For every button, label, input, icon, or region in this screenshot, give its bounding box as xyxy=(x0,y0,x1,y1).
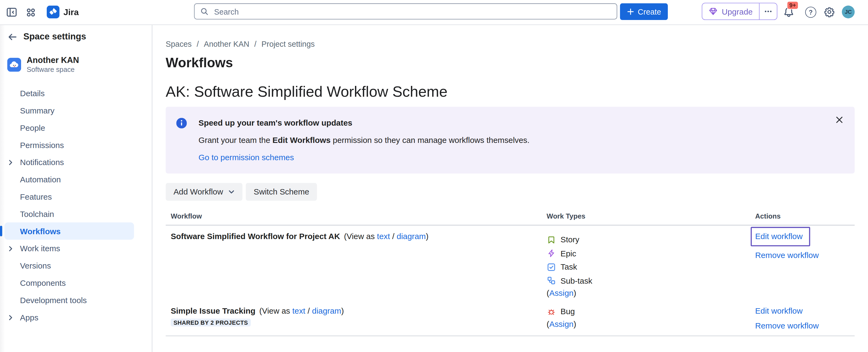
work-type-label: Epic xyxy=(561,249,576,258)
banner-body-bold: Edit Workflows xyxy=(273,136,331,145)
selected-indicator xyxy=(0,226,2,236)
breadcrumb: Spaces / Another KAN / Project settings xyxy=(165,38,855,50)
upgrade-more-options-button[interactable] xyxy=(760,3,777,20)
sidebar-item-automation[interactable]: Automation xyxy=(4,171,134,188)
notifications-button[interactable]: 9+ xyxy=(783,6,795,19)
actions-cell: Edit workflow Remove workflow xyxy=(755,226,855,302)
app-switcher-button[interactable] xyxy=(26,7,36,18)
sidebar-item-summary[interactable]: Summary xyxy=(4,102,134,119)
work-types-cell: Story Epic Task Sub-task (Assig xyxy=(547,226,755,302)
assign-open-paren: ( xyxy=(547,289,549,297)
sidebar-item-label: People xyxy=(20,123,45,132)
assign-link[interactable]: Assign xyxy=(549,319,574,328)
view-as-text-link[interactable]: text xyxy=(292,306,305,315)
question-mark-glyph: ? xyxy=(809,9,813,16)
sidebar-item-label: Notifications xyxy=(20,158,64,167)
sidebar-item-label: Versions xyxy=(20,261,51,270)
breadcrumb-separator: / xyxy=(254,38,256,50)
add-workflow-label: Add Workflow xyxy=(174,188,223,196)
help-button[interactable]: ? xyxy=(805,7,816,18)
remove-workflow-link[interactable]: Remove workflow xyxy=(755,320,819,332)
chevron-right-icon xyxy=(7,159,14,166)
assign-link[interactable]: Assign xyxy=(549,289,574,297)
task-icon xyxy=(547,262,556,272)
chevron-right-icon xyxy=(7,314,14,321)
sidebar-item-label: Permissions xyxy=(20,140,64,150)
space-type: Software space xyxy=(27,65,79,74)
column-header-workflow: Workflow xyxy=(171,212,547,221)
search-input[interactable] xyxy=(213,6,611,17)
breadcrumb-another-kan[interactable]: Another KAN xyxy=(204,38,249,50)
sidebar-item-toolchain[interactable]: Toolchain xyxy=(4,205,134,223)
close-icon xyxy=(835,115,844,125)
notification-count-badge: 9+ xyxy=(787,1,798,9)
view-as-suffix: ) xyxy=(341,306,344,315)
search-icon xyxy=(200,7,209,16)
assign-line: (Assign) xyxy=(547,287,755,298)
sidebar-item-people[interactable]: People xyxy=(4,119,134,136)
breadcrumb-spaces[interactable]: Spaces xyxy=(165,38,191,50)
premium-gem-icon xyxy=(708,7,718,16)
view-as-text-link[interactable]: text xyxy=(377,232,390,241)
edit-workflow-link[interactable]: Edit workflow xyxy=(755,305,803,317)
switch-scheme-button[interactable]: Switch Scheme xyxy=(246,183,317,201)
create-button-label: Create xyxy=(638,7,661,16)
banner-close-button[interactable] xyxy=(835,115,844,125)
settings-button[interactable] xyxy=(824,6,835,18)
app-switcher-icon xyxy=(26,7,36,18)
view-as-diagram-link[interactable]: diagram xyxy=(312,306,341,315)
sidebar-item-permissions[interactable]: Permissions xyxy=(4,136,134,154)
view-as-diagram-link[interactable]: diagram xyxy=(397,232,426,241)
space-card-text: Another KAN Software space xyxy=(27,55,79,74)
column-header-work-types: Work Types xyxy=(547,212,755,221)
banner-title: Speed up your team's workflow updates xyxy=(198,118,352,128)
workflow-scheme-title: AK: Software Simplified Workflow Scheme xyxy=(165,83,855,101)
sidebar-item-work-items[interactable]: Work items xyxy=(4,239,134,257)
create-button[interactable]: Create xyxy=(620,3,668,20)
banner-body-suffix: permission so they can manage workflows … xyxy=(331,136,530,145)
collapse-sidebar-button[interactable] xyxy=(6,7,17,18)
info-banner: Speed up your team's workflow updates Gr… xyxy=(165,107,855,173)
workflow-table-header: Workflow Work Types Actions xyxy=(165,212,855,226)
more-horizontal-icon xyxy=(763,7,773,16)
breadcrumb-separator: / xyxy=(197,38,199,50)
story-icon xyxy=(547,235,556,245)
work-type-story: Story xyxy=(547,233,755,246)
jira-app: Jira Create Upgrade 9+ ? xyxy=(0,0,868,352)
work-type-label: Task xyxy=(561,263,577,271)
sidebar-item-label: Work items xyxy=(20,244,60,253)
work-type-subtask: Sub-task xyxy=(547,274,755,287)
arrow-left-icon xyxy=(7,31,18,42)
sidebar-item-label: Apps xyxy=(20,313,38,322)
assign-line: (Assign) xyxy=(547,318,755,329)
sidebar-item-features[interactable]: Features xyxy=(4,188,134,205)
avatar-initials: JC xyxy=(845,9,852,15)
sidebar-item-development-tools[interactable]: Development tools xyxy=(4,291,134,309)
work-type-epic: Epic xyxy=(547,247,755,260)
add-workflow-button[interactable]: Add Workflow xyxy=(165,183,242,201)
work-type-bug: Bug xyxy=(547,305,755,318)
remove-workflow-link[interactable]: Remove workflow xyxy=(755,249,819,261)
banner-body-prefix: Grant your team the xyxy=(198,136,273,145)
sidebar-item-notifications[interactable]: Notifications xyxy=(4,154,134,171)
sidebar-item-apps[interactable]: Apps xyxy=(4,309,134,326)
breadcrumb-project-settings[interactable]: Project settings xyxy=(261,38,315,50)
edit-workflow-link[interactable]: Edit workflow xyxy=(755,230,803,242)
permission-schemes-link[interactable]: Go to permission schemes xyxy=(198,152,294,162)
back-button[interactable] xyxy=(7,31,18,42)
sidebar-item-components[interactable]: Components xyxy=(4,274,134,291)
space-name: Another KAN xyxy=(27,55,79,65)
upgrade-button-group: Upgrade xyxy=(702,3,777,20)
sidebar-item-workflows[interactable]: Workflows xyxy=(4,222,134,239)
sidebar-item-details[interactable]: Details xyxy=(4,85,134,102)
user-avatar[interactable]: JC xyxy=(842,6,855,19)
jira-home-link[interactable]: Jira xyxy=(47,6,79,19)
gear-icon xyxy=(824,6,835,18)
view-as-suffix: ) xyxy=(426,232,429,241)
sidebar-nav-list: Details Summary People Permissions Notif… xyxy=(0,85,152,326)
epic-icon xyxy=(547,249,556,258)
sidebar-item-label: Development tools xyxy=(20,295,87,305)
assign-open-paren: ( xyxy=(547,319,549,328)
upgrade-button[interactable]: Upgrade xyxy=(703,3,760,20)
sidebar-item-versions[interactable]: Versions xyxy=(4,257,134,274)
